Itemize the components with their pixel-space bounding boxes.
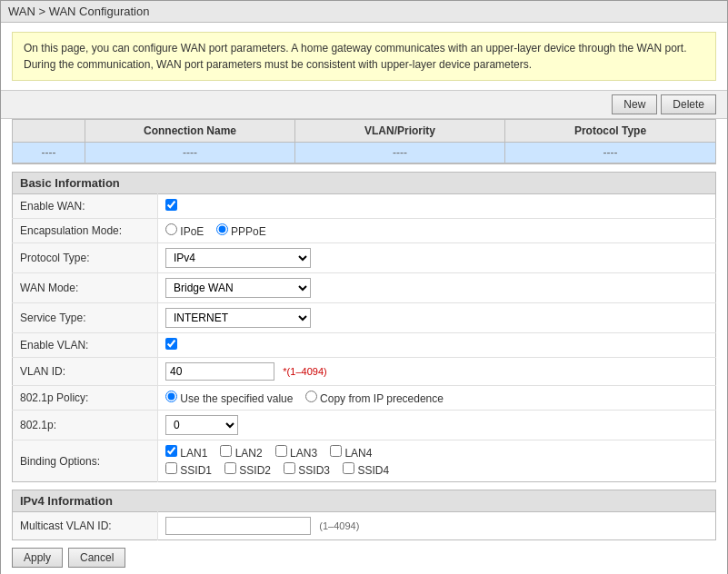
enable-wan-row: Enable WAN: — [13, 194, 716, 219]
value-8021p-select[interactable]: 0 1 2 3 4 5 6 7 — [165, 415, 238, 435]
protocol-type-row: Protocol Type: IPv4 IPv6 IPv4/IPv6 — [13, 243, 716, 273]
policy-specified-label: Use the specified value — [165, 392, 296, 405]
pppoe-radio-label: PPPoE — [216, 225, 266, 238]
service-type-label: Service Type: — [13, 303, 158, 333]
protocol-type-value: IPv4 IPv6 IPv4/IPv6 — [158, 243, 716, 273]
apply-button[interactable]: Apply — [12, 548, 63, 568]
multicast-vlan-value: (1–4094) — [158, 512, 716, 540]
bottom-buttons: Apply Cancel — [12, 548, 716, 568]
binding-options-label: Binding Options: — [13, 440, 158, 482]
breadcrumb: WAN > WAN Configuration — [1, 1, 727, 23]
policy-8021p-value: Use the specified value Copy from IP pre… — [158, 386, 716, 411]
binding-options-value: LAN1 LAN2 LAN3 LAN4 — [158, 440, 716, 482]
ipv4-info-section: IPv4 Information Multicast VLAN ID: (1–4… — [12, 490, 716, 540]
toolbar: New Delete — [1, 90, 727, 119]
ssid4-checkbox[interactable] — [343, 462, 354, 474]
ipv4-info-table: Multicast VLAN ID: (1–4094) — [12, 511, 716, 540]
row-cell-2: ---- — [295, 143, 505, 163]
encapsulation-value: IPoE PPPoE — [158, 219, 716, 243]
wan-table: Connection Name VLAN/Priority Protocol T… — [12, 119, 716, 164]
enable-vlan-row: Enable VLAN: — [13, 333, 716, 358]
basic-info-header: Basic Information — [12, 172, 716, 193]
policy-8021p-row: 802.1p Policy: Use the specified value C… — [13, 386, 716, 411]
row-cell-3: ---- — [505, 143, 715, 163]
binding-row-container: LAN1 LAN2 LAN3 LAN4 — [165, 445, 708, 477]
binding-options-row: Binding Options: LAN1 LAN2 LAN3 — [13, 440, 716, 482]
ipoe-radio-label: IPoE — [165, 225, 207, 238]
enable-wan-label: Enable WAN: — [13, 194, 158, 219]
value-8021p-value: 0 1 2 3 4 5 6 7 — [158, 411, 716, 440]
lan2-checkbox[interactable] — [220, 445, 232, 457]
lan1-checkbox[interactable] — [165, 445, 177, 457]
vlan-id-input[interactable] — [165, 362, 274, 381]
protocol-type-select[interactable]: IPv4 IPv6 IPv4/IPv6 — [165, 248, 311, 268]
lan1-label: LAN1 — [165, 445, 207, 460]
cancel-button[interactable]: Cancel — [68, 548, 125, 568]
vlan-id-value: *(1–4094) — [158, 358, 716, 386]
multicast-vlan-hint: (1–4094) — [319, 520, 359, 531]
pppoe-radio[interactable] — [216, 223, 228, 235]
vlan-id-row: VLAN ID: *(1–4094) — [13, 358, 716, 386]
enable-vlan-label: Enable VLAN: — [13, 333, 158, 358]
table-header-row: Connection Name VLAN/Priority Protocol T… — [13, 120, 715, 143]
lan2-label: LAN2 — [220, 445, 262, 460]
policy-copy-label: Copy from IP precedence — [305, 392, 444, 405]
value-8021p-label: 802.1p: — [13, 411, 158, 440]
protocol-type-label: Protocol Type: — [13, 243, 158, 273]
multicast-vlan-input[interactable] — [165, 517, 311, 535]
encapsulation-label: Encapsulation Mode: — [13, 219, 158, 243]
wan-mode-value: Bridge WAN Route WAN — [158, 273, 716, 303]
ssid1-checkbox[interactable] — [165, 462, 177, 474]
multicast-vlan-row: Multicast VLAN ID: (1–4094) — [13, 512, 716, 540]
encapsulation-row: Encapsulation Mode: IPoE PPPoE — [13, 219, 716, 243]
ssid1-label: SSID1 — [165, 462, 212, 477]
delete-button[interactable]: Delete — [661, 94, 716, 114]
enable-wan-checkbox[interactable] — [165, 199, 177, 211]
ssid3-label: SSID3 — [284, 462, 330, 477]
basic-info-section: Basic Information Enable WAN: Encapsulat… — [12, 172, 716, 482]
ipv4-info-header: IPv4 Information — [12, 490, 716, 511]
wan-mode-label: WAN Mode: — [13, 273, 158, 303]
info-box: On this page, you can configure WAN port… — [12, 32, 716, 81]
service-type-row: Service Type: INTERNET VOIP TR069 OTHER — [13, 303, 716, 333]
lan3-label: LAN3 — [275, 445, 317, 460]
ssid4-label: SSID4 — [343, 462, 389, 477]
wan-mode-row: WAN Mode: Bridge WAN Route WAN — [13, 273, 716, 303]
enable-vlan-value — [158, 333, 716, 358]
policy-8021p-label: 802.1p Policy: — [13, 386, 158, 411]
col-header-protocol-type: Protocol Type — [505, 120, 715, 142]
policy-copy-radio[interactable] — [305, 391, 317, 402]
policy-specified-radio[interactable] — [165, 391, 177, 402]
ssid2-label: SSID2 — [224, 462, 271, 477]
binding-ssid-line: SSID1 SSID2 SSID3 SSID4 — [165, 462, 708, 477]
vlan-id-hint: *(1–4094) — [283, 366, 326, 377]
row-cell-0: ---- — [13, 143, 85, 163]
enable-vlan-checkbox[interactable] — [165, 338, 177, 350]
value-8021p-row: 802.1p: 0 1 2 3 4 5 6 7 — [13, 411, 716, 440]
ssid3-checkbox[interactable] — [284, 462, 295, 474]
vlan-id-label: VLAN ID: — [13, 358, 158, 386]
lan4-checkbox[interactable] — [330, 445, 342, 457]
col-header-vlan-priority: VLAN/Priority — [295, 120, 505, 142]
service-type-select[interactable]: INTERNET VOIP TR069 OTHER — [165, 308, 311, 328]
table-row[interactable]: ---- ---- ---- ---- — [13, 143, 715, 163]
ipoe-radio[interactable] — [165, 223, 177, 235]
basic-info-table: Enable WAN: Encapsulation Mode: IPoE PPP… — [12, 193, 716, 482]
lan4-label: LAN4 — [330, 445, 372, 460]
enable-wan-value — [158, 194, 716, 219]
col-header-connection-name: Connection Name — [85, 120, 295, 142]
col-header-empty — [13, 120, 85, 142]
new-button[interactable]: New — [612, 94, 657, 114]
wan-mode-select[interactable]: Bridge WAN Route WAN — [165, 278, 311, 298]
binding-lan-line: LAN1 LAN2 LAN3 LAN4 — [165, 445, 708, 460]
multicast-vlan-label: Multicast VLAN ID: — [13, 512, 158, 540]
lan3-checkbox[interactable] — [275, 445, 287, 457]
service-type-value: INTERNET VOIP TR069 OTHER — [158, 303, 716, 333]
ssid2-checkbox[interactable] — [224, 462, 236, 474]
page-container: WAN > WAN Configuration On this page, yo… — [0, 0, 728, 574]
row-cell-1: ---- — [85, 143, 295, 163]
